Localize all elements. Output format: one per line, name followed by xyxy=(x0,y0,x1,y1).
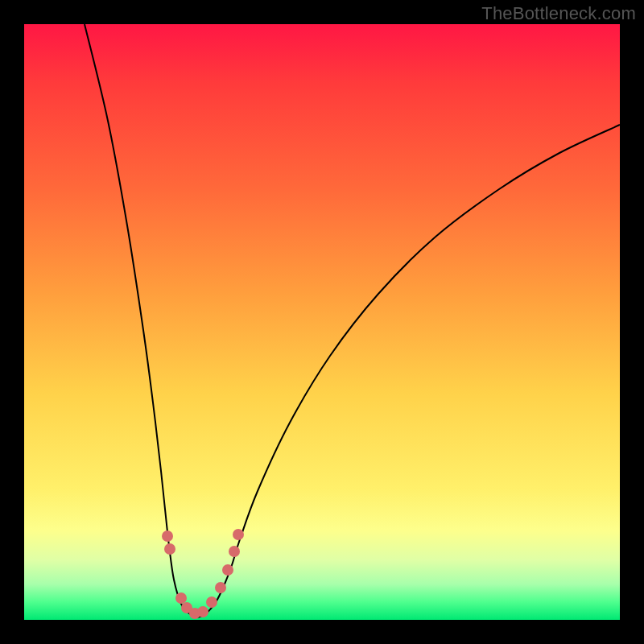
marker-dot xyxy=(215,582,226,593)
plot-area xyxy=(24,24,620,620)
marker-dot xyxy=(206,597,217,608)
marker-dot xyxy=(197,606,208,617)
watermark-text: TheBottleneck.com xyxy=(481,3,636,24)
marker-dot xyxy=(162,530,173,542)
chart-stage: TheBottleneck.com xyxy=(0,0,644,644)
marker-dot xyxy=(222,564,233,576)
curve-left xyxy=(85,24,197,617)
curves-layer xyxy=(24,24,620,620)
marker-dot xyxy=(164,543,175,555)
marker-dot xyxy=(175,592,187,604)
marker-dot xyxy=(233,529,244,540)
marker-group xyxy=(162,529,244,619)
curve-right xyxy=(197,125,620,617)
marker-dot xyxy=(229,546,240,557)
